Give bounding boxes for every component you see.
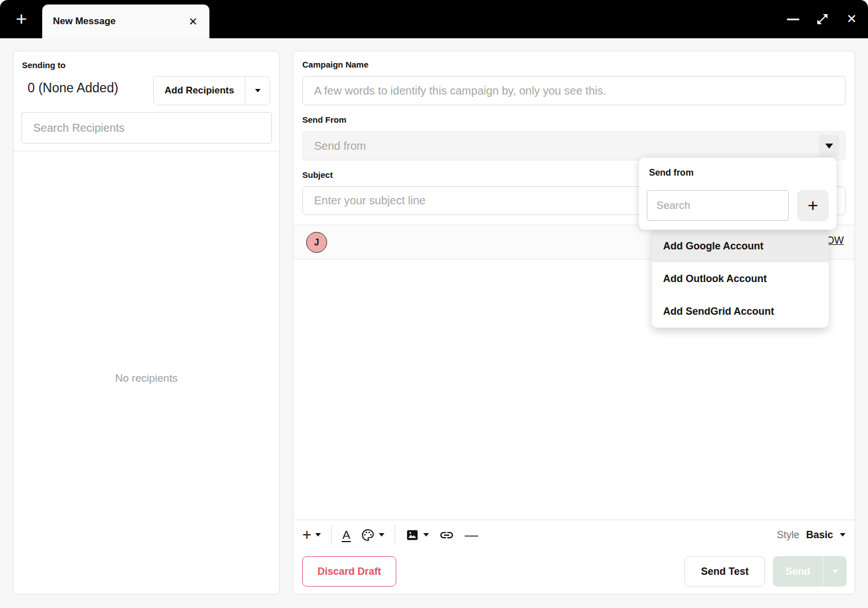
insert-menu-button[interactable]: + xyxy=(302,527,321,542)
send-from-popover: Send from + xyxy=(639,158,836,230)
add-recipients-label: Add Recipients xyxy=(154,77,245,105)
toolbar-divider xyxy=(331,525,332,545)
campaign-name-input[interactable] xyxy=(302,76,845,105)
window-close-button[interactable]: ✕ xyxy=(844,12,859,26)
recipients-header: Sending to 0 (None Added) Add Recipients xyxy=(14,51,279,151)
recipients-divider xyxy=(14,151,279,151)
style-selector[interactable]: Style Basic xyxy=(777,529,845,541)
insert-link-button[interactable] xyxy=(439,527,454,543)
horizontal-rule-button[interactable]: — xyxy=(464,527,478,543)
action-buttons-row: Discard Draft Send Test Send xyxy=(302,556,847,587)
toolbar-divider xyxy=(395,525,395,545)
chevron-down-icon xyxy=(379,533,384,537)
titlebar: + New Message ✕ ✕ xyxy=(0,0,868,38)
tab-new-message[interactable]: New Message ✕ xyxy=(42,5,209,38)
text-color-button[interactable]: A xyxy=(342,528,351,542)
chevron-down-icon xyxy=(833,570,838,573)
campaign-name-label: Campaign Name xyxy=(302,60,369,69)
send-from-field[interactable]: Send from xyxy=(302,131,845,160)
add-recipients-dropdown[interactable] xyxy=(245,77,270,105)
send-buttons-group: Send Test Send xyxy=(684,556,847,587)
compose-footer: + A xyxy=(293,520,854,594)
minimize-button[interactable] xyxy=(786,12,800,26)
recipients-count: 0 (None Added) xyxy=(28,81,118,96)
menu-item-add-outlook[interactable]: Add Outlook Account xyxy=(652,262,829,295)
chevron-down-icon xyxy=(825,144,833,149)
new-tab-button[interactable]: + xyxy=(10,8,33,30)
add-account-button[interactable]: + xyxy=(797,190,829,221)
horizontal-rule-icon: — xyxy=(464,527,478,543)
followup-link-partial[interactable]: OW xyxy=(826,235,844,247)
add-recipients-button[interactable]: Add Recipients xyxy=(153,76,270,105)
tab-title: New Message xyxy=(53,16,184,27)
discard-draft-button[interactable]: Discard Draft xyxy=(302,556,396,587)
send-button-label: Send xyxy=(773,556,823,587)
plus-icon: + xyxy=(302,527,311,542)
minimize-icon xyxy=(787,19,799,20)
plus-icon: + xyxy=(808,195,818,216)
menu-item-add-google[interactable]: Add Google Account xyxy=(652,230,829,262)
add-account-menu: Add Google Account Add Outlook Account A… xyxy=(652,230,829,328)
subject-label: Subject xyxy=(302,170,333,180)
tab-close-button[interactable]: ✕ xyxy=(184,12,203,31)
send-from-placeholder: Send from xyxy=(303,140,819,153)
close-icon: ✕ xyxy=(189,15,198,28)
style-label: Style xyxy=(777,529,799,541)
formatting-toolbar: + A xyxy=(302,520,845,549)
image-icon xyxy=(405,528,419,542)
palette-icon xyxy=(361,528,375,542)
close-icon: ✕ xyxy=(847,12,857,26)
no-recipients-text: No recipients xyxy=(14,372,279,385)
insert-image-button[interactable] xyxy=(405,528,429,542)
plus-icon: + xyxy=(16,8,27,29)
chevron-down-icon xyxy=(840,533,845,537)
style-value: Basic xyxy=(806,529,833,541)
sending-to-label: Sending to xyxy=(22,60,66,70)
avatar[interactable]: J xyxy=(306,232,327,253)
popover-search-input[interactable] xyxy=(647,190,789,221)
menu-item-add-sendgrid[interactable]: Add SendGrid Account xyxy=(652,295,829,328)
expand-button[interactable] xyxy=(815,12,830,26)
search-recipients-input[interactable] xyxy=(21,112,272,144)
send-button[interactable]: Send xyxy=(773,556,847,587)
popover-title: Send from xyxy=(649,168,693,178)
theme-palette-button[interactable] xyxy=(361,528,384,542)
chevron-down-icon xyxy=(423,533,429,537)
app-window: + New Message ✕ ✕ Sending to 0 (None Add… xyxy=(0,0,868,608)
window-controls: ✕ xyxy=(786,0,859,38)
expand-icon xyxy=(816,12,829,26)
chevron-down-icon xyxy=(255,89,261,92)
recipients-panel: Sending to 0 (None Added) Add Recipients… xyxy=(13,51,280,594)
chevron-down-icon xyxy=(315,533,321,537)
text-color-icon: A xyxy=(342,528,351,542)
link-icon xyxy=(439,527,454,543)
send-from-label: Send From xyxy=(302,115,346,124)
send-test-button[interactable]: Send Test xyxy=(684,556,765,587)
send-from-dropdown-button[interactable] xyxy=(819,135,839,157)
send-options-dropdown[interactable] xyxy=(823,556,847,587)
